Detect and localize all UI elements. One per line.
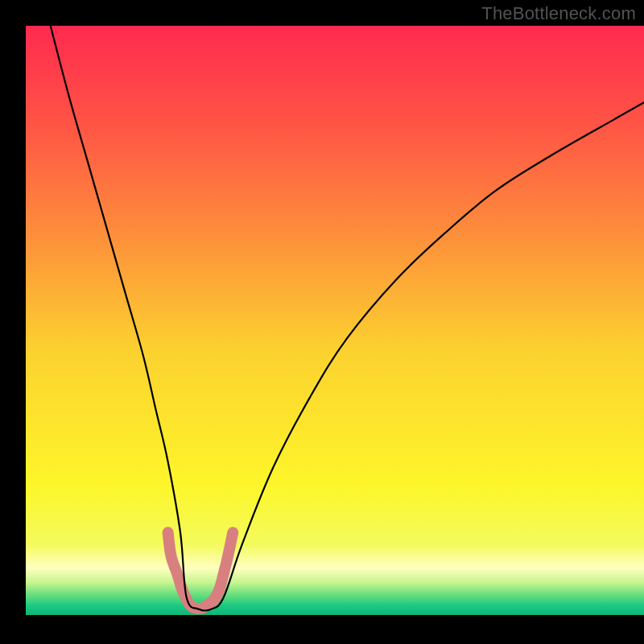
chart-stage: TheBottleneck.com xyxy=(0,0,644,644)
plot-area-background xyxy=(26,26,644,615)
bottleneck-chart xyxy=(0,0,644,644)
watermark-text: TheBottleneck.com xyxy=(481,3,636,24)
